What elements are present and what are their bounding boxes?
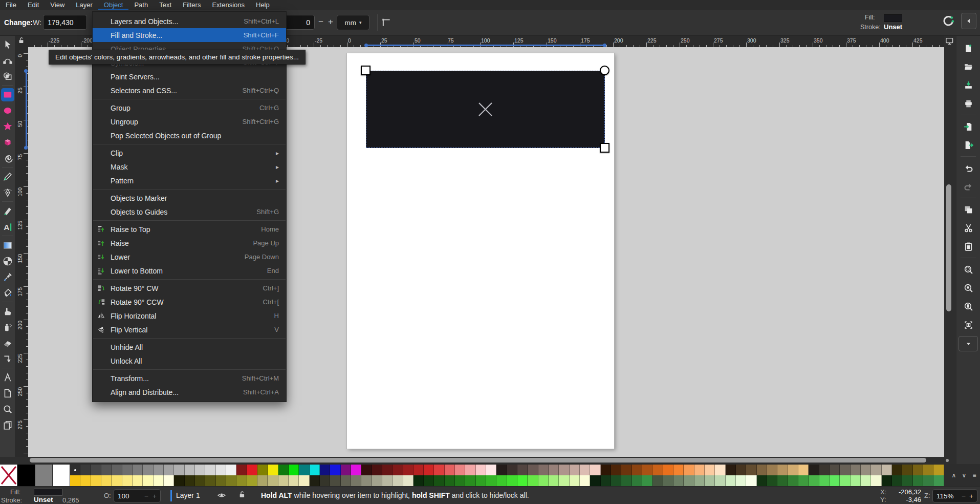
tool-gradient[interactable]	[0, 237, 15, 253]
palette-swatch[interactable]	[310, 465, 320, 475]
zoom-minus-button[interactable]: −	[962, 492, 966, 500]
palette-swatch[interactable]	[496, 475, 507, 486]
vertical-scrollbar-thumb[interactable]	[946, 184, 951, 311]
tool-pen[interactable]	[0, 184, 15, 200]
palette-swatch[interactable]	[35, 465, 53, 486]
menu-item-lower-to-bottom[interactable]: Lower to BottomEnd	[93, 264, 286, 278]
command-import[interactable]	[959, 117, 977, 136]
palette-swatch[interactable]	[746, 475, 756, 486]
palette-swatch-none[interactable]	[0, 465, 17, 486]
palette-swatch[interactable]	[289, 465, 299, 475]
palette-swatch[interactable]	[923, 465, 933, 475]
palette-swatch[interactable]	[851, 475, 861, 486]
palette-swatch[interactable]	[403, 475, 413, 486]
command-document-save[interactable]	[959, 76, 977, 94]
palette-swatch[interactable]	[590, 475, 600, 486]
tool-eraser[interactable]	[0, 335, 15, 351]
palette-swatch[interactable]	[684, 465, 694, 475]
palette-swatch[interactable]	[611, 475, 621, 486]
palette-swatch[interactable]	[413, 475, 424, 486]
tool-rectangle[interactable]	[0, 87, 15, 102]
palette-swatch[interactable]	[882, 465, 892, 475]
command-export[interactable]	[959, 136, 977, 154]
palette-swatch[interactable]	[788, 465, 798, 475]
palette-swatch[interactable]	[465, 465, 475, 475]
menu-item-ungroup[interactable]: UngroupShift+Ctrl+G	[93, 115, 286, 129]
palette-swatch[interactable]	[424, 475, 434, 486]
palette-swatch[interactable]	[445, 465, 455, 475]
palette-swatch[interactable]	[663, 475, 673, 486]
palette-swatch[interactable]	[590, 465, 600, 475]
palette-swatch[interactable]	[902, 475, 912, 486]
palette-swatch[interactable]	[507, 475, 517, 486]
height-minus-button[interactable]: −	[318, 17, 323, 27]
palette-swatch[interactable]	[621, 465, 631, 475]
commands-overflow-button[interactable]	[959, 336, 978, 351]
palette-swatch[interactable]	[393, 475, 403, 486]
palette-swatch[interactable]	[122, 475, 133, 486]
tool-shape-builder[interactable]	[0, 68, 15, 84]
command-zoom-page[interactable]	[959, 297, 977, 316]
menubar-item-file[interactable]: File	[0, 0, 22, 10]
menu-item-lower[interactable]: LowerPage Down	[93, 250, 286, 264]
palette-swatch[interactable]	[486, 475, 496, 486]
command-undo[interactable]	[959, 159, 977, 177]
palette-swatch[interactable]	[154, 465, 164, 475]
palette-swatch[interactable]	[652, 465, 663, 475]
palette-swatch[interactable]	[871, 475, 881, 486]
palette-swatch[interactable]	[143, 465, 153, 475]
menubar-item-view[interactable]: View	[45, 0, 70, 10]
layer-lock-toggle[interactable]	[238, 491, 247, 500]
palette-swatch[interactable]	[216, 475, 226, 486]
palette-swatch[interactable]	[351, 465, 361, 475]
palette-swatch[interactable]	[80, 475, 91, 486]
menu-item-raise[interactable]: RaisePage Up	[93, 236, 286, 250]
palette-swatch[interactable]	[902, 465, 912, 475]
palette-swatch[interactable]	[476, 465, 486, 475]
palette-swatch[interactable]	[632, 465, 642, 475]
command-zoom-selection[interactable]	[959, 260, 977, 279]
fill-swatch[interactable]	[884, 14, 902, 22]
palette-swatch[interactable]	[861, 475, 871, 486]
layer-visibility-toggle[interactable]	[217, 491, 226, 501]
palette-swatch[interactable]	[91, 475, 101, 486]
palette-swatch[interactable]	[663, 465, 673, 475]
palette-swatch[interactable]	[330, 475, 340, 486]
palette-swatch[interactable]	[70, 465, 80, 475]
palette-swatch[interactable]	[310, 475, 320, 486]
palette-swatch[interactable]	[164, 475, 174, 486]
menu-item-paint-servers[interactable]: Paint Servers...	[93, 70, 286, 83]
palette-swatch[interactable]	[299, 475, 309, 486]
menu-item-pattern[interactable]: Pattern▸	[93, 174, 286, 187]
palette-swatch[interactable]	[830, 475, 840, 486]
menubar-item-help[interactable]: Help	[250, 0, 275, 10]
palette-swatch[interactable]	[507, 465, 517, 475]
palette-swatch[interactable]	[143, 475, 153, 486]
palette-swatch[interactable]	[268, 475, 278, 486]
menu-item-transform[interactable]: Transform...Shift+Ctrl+M	[93, 371, 286, 385]
current-layer-label[interactable]: Layer 1	[176, 491, 200, 499]
command-document-open[interactable]	[959, 57, 977, 76]
palette-scroll-down[interactable]: ∨	[960, 470, 969, 480]
palette-swatch[interactable]	[840, 475, 850, 486]
palette-swatch[interactable]	[226, 475, 236, 486]
palette-swatch[interactable]	[361, 475, 372, 486]
palette-swatch[interactable]	[122, 465, 133, 475]
menu-item-fill-and-stroke[interactable]: Fill and Stroke...Shift+Ctrl+F	[93, 28, 286, 42]
tool-spray[interactable]	[0, 319, 15, 335]
palette-swatch[interactable]	[372, 465, 382, 475]
palette-swatch[interactable]	[185, 475, 195, 486]
menu-item-rotate-90-cw[interactable]: Rotate 90° CWCtrl+]	[93, 281, 286, 295]
palette-swatch[interactable]	[798, 465, 809, 475]
palette-swatch[interactable]	[538, 475, 549, 486]
palette-swatch[interactable]	[112, 465, 122, 475]
palette-swatch[interactable]	[247, 475, 257, 486]
palette-swatch[interactable]	[923, 475, 933, 486]
palette-swatch[interactable]	[257, 465, 268, 475]
palette-swatch[interactable]	[382, 465, 393, 475]
palette-swatch[interactable]	[236, 465, 247, 475]
palette-swatch[interactable]	[642, 475, 652, 486]
palette-swatch[interactable]	[154, 475, 164, 486]
palette-swatch[interactable]	[403, 465, 413, 475]
zoom-input[interactable]: 115% − +	[932, 489, 977, 502]
